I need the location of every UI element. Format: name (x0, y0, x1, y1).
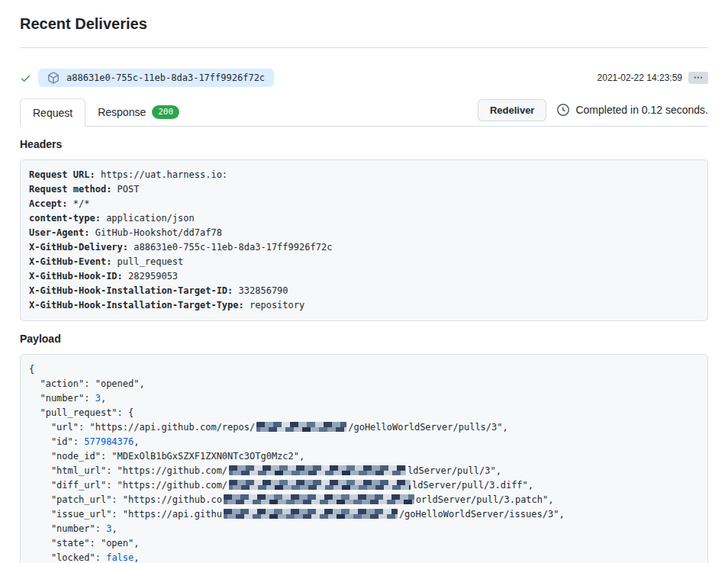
redacted-blur (224, 494, 414, 504)
check-icon (20, 72, 31, 84)
tab-request[interactable]: Request (20, 98, 85, 127)
delivery-id: a88631e0-755c-11eb-8da3-17ff9926f72c (66, 72, 265, 83)
tab-response-label: Response (98, 106, 146, 118)
tab-response[interactable]: Response 200 (85, 98, 192, 126)
more-options-button[interactable] (688, 72, 708, 84)
delivery-row: a88631e0-755c-11eb-8da3-17ff9926f72c 202… (20, 69, 708, 87)
payload-line: "state": "open", (29, 536, 699, 551)
recent-deliveries-page: Recent Deliveries a88631e0-755c-11eb-8da… (0, 0, 728, 563)
payload-line: "issue_url": "https://api.githu/goHelloW… (29, 507, 699, 522)
response-status-badge: 200 (152, 105, 179, 119)
payload-line: "action": "opened", (29, 377, 699, 391)
header-line: X-GitHub-Hook-ID: 282959053 (29, 269, 699, 284)
payload-line: "html_url": "https://github.com/ldServer… (29, 464, 699, 478)
kebab-icon (694, 73, 703, 82)
header-line: content-type: application/json (29, 211, 699, 226)
payload-line: "number": 3, (29, 522, 699, 536)
header-line: Request method: POST (29, 182, 699, 197)
redacted-blur (224, 509, 398, 519)
payload-line: "locked": false, (29, 551, 699, 563)
headers-box: Request URL: https://uat.harness.io:Requ… (20, 159, 708, 321)
payload-line: "number": 3, (29, 391, 699, 406)
headers-title: Headers (20, 138, 708, 150)
redacted-blur (229, 480, 411, 490)
page-title: Recent Deliveries (20, 15, 708, 33)
payload-line: "patch_url": "https://github.coorldServe… (29, 493, 699, 507)
payload-line: "id": 577984376, (29, 435, 699, 449)
payload-line: "pull_request": { (29, 406, 699, 420)
redacted-blur (229, 465, 406, 475)
redeliver-button[interactable]: Redeliver (478, 99, 547, 121)
delivery-timestamp: 2021-02-22 14:23:59 (598, 72, 682, 83)
clock-icon (557, 104, 569, 116)
delivery-actions: Redeliver Completed in 0.12 seconds. (478, 99, 708, 121)
header-line: X-GitHub-Event: pull_request (29, 255, 699, 269)
delivery-meta: 2021-02-22 14:23:59 (598, 72, 708, 84)
tab-request-label: Request (33, 107, 72, 119)
header-line: Accept: */* (29, 197, 699, 211)
tabnav: Request Response 200 Redeliver Completed… (20, 98, 708, 127)
payload-box: { "action": "opened", "number": 3, "pull… (20, 354, 708, 563)
payload-line: { (29, 362, 699, 377)
payload-line: "node_id": "MDExOlB1bGxSZXF1ZXN0NTc3OTg0… (29, 449, 699, 464)
completed-text: Completed in 0.12 seconds. (575, 104, 708, 116)
header-line: X-GitHub-Hook-Installation-Target-Type: … (29, 298, 699, 313)
completed-status: Completed in 0.12 seconds. (557, 104, 708, 116)
header-line: X-GitHub-Delivery: a88631e0-755c-11eb-8d… (29, 240, 699, 255)
redacted-blur (256, 422, 346, 432)
payload-line: "url": "https://api.github.com/repos//go… (29, 420, 699, 435)
header-line: Request URL: https://uat.harness.io: (29, 168, 699, 182)
header-line: X-GitHub-Hook-Installation-Target-ID: 33… (29, 284, 699, 298)
payload-line: "diff_url": "https://github.com/ldServer… (29, 478, 699, 493)
divider (20, 47, 708, 48)
header-line: User-Agent: GitHub-Hookshot/dd7af78 (29, 226, 699, 240)
payload-title: Payload (20, 333, 708, 345)
delivery-id-pill[interactable]: a88631e0-755c-11eb-8da3-17ff9926f72c (38, 69, 274, 87)
package-icon (47, 72, 60, 84)
